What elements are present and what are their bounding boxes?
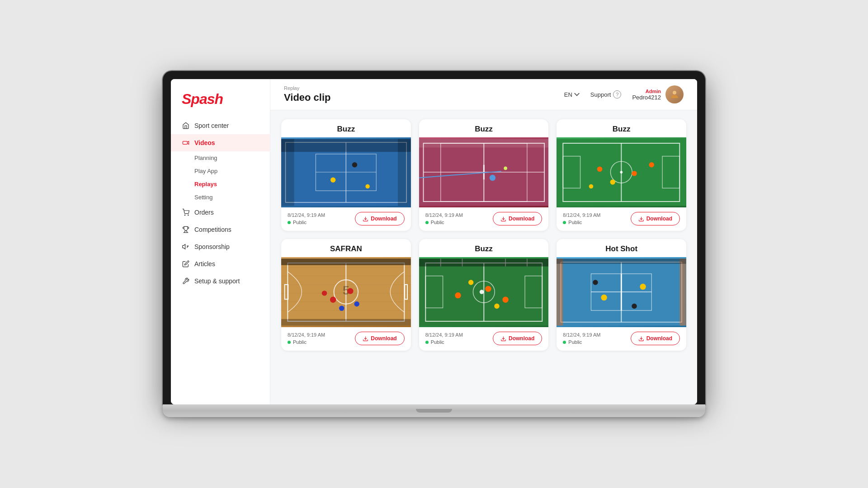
video-icon	[182, 139, 190, 147]
download-label-2: Download	[509, 216, 534, 222]
download-button-4[interactable]: Download	[355, 332, 404, 345]
sidebar-item-orders-label: Orders	[194, 209, 214, 216]
laptop-frame: Spash Sport center Videos	[163, 71, 705, 417]
card-status-5: Public	[425, 339, 463, 345]
download-button-2[interactable]: Download	[493, 212, 542, 225]
card-footer-3: 8/12/24, 9:19 AM Public Download	[557, 207, 686, 231]
laptop-screen: Spash Sport center Videos	[163, 71, 705, 404]
video-card-1: Buzz	[281, 119, 411, 231]
sidebar-item-sport-center[interactable]: Sport center	[171, 117, 270, 134]
card-meta-2: 8/12/24, 9:19 AM Public	[425, 212, 463, 225]
page-title: Video clip	[284, 92, 331, 103]
svg-point-22	[489, 175, 495, 181]
sidebar-item-setting[interactable]: Setting	[194, 191, 270, 204]
svg-point-11	[365, 184, 370, 189]
download-icon-6	[638, 336, 644, 342]
support-button[interactable]: Support ?	[590, 90, 622, 99]
sidebar-logo: Spash	[171, 88, 270, 117]
laptop-base	[163, 404, 705, 417]
card-title-6: Hot Shot	[557, 239, 686, 257]
card-meta-4: 8/12/24, 9:19 AM Public	[288, 332, 325, 345]
app-logo: Spash	[182, 92, 259, 106]
status-dot-2	[425, 221, 429, 224]
download-button-3[interactable]: Download	[631, 212, 680, 225]
home-icon	[182, 122, 190, 130]
svg-point-38	[589, 184, 594, 189]
svg-rect-60	[281, 319, 411, 325]
svg-point-87	[640, 284, 646, 290]
svg-point-24	[504, 167, 507, 170]
card-thumbnail-4: 5	[281, 257, 411, 327]
sidebar-item-play-app[interactable]: Play App	[194, 164, 270, 178]
user-info: Admin Pedro4212	[632, 85, 684, 103]
sidebar-item-setup-support[interactable]: Setup & support	[171, 272, 270, 290]
card-status-6: Public	[563, 339, 600, 345]
svg-point-68	[455, 292, 461, 298]
sidebar-item-sponsorship-label: Sponsorship	[194, 243, 230, 250]
sidebar-item-videos[interactable]: Videos	[171, 134, 270, 151]
status-dot-6	[563, 341, 566, 344]
card-meta-1: 8/12/24, 9:19 AM Public	[288, 212, 325, 225]
svg-point-35	[632, 171, 637, 176]
svg-rect-12	[281, 139, 411, 152]
support-label: Support	[590, 91, 611, 98]
sidebar-item-sponsorship[interactable]: Sponsorship	[171, 238, 270, 255]
svg-point-9	[330, 177, 335, 182]
sidebar-item-articles[interactable]: Articles	[171, 255, 270, 272]
card-thumbnail-2	[419, 137, 549, 207]
svg-point-88	[632, 304, 637, 309]
svg-point-53	[347, 288, 353, 294]
svg-rect-92	[557, 258, 686, 263]
download-button-6[interactable]: Download	[631, 332, 680, 345]
status-label-1: Public	[293, 220, 307, 225]
svg-point-54	[339, 306, 344, 311]
support-icon: ?	[613, 90, 621, 99]
card-status-2: Public	[425, 220, 463, 225]
status-dot-4	[288, 341, 291, 344]
video-card-5: Buzz	[419, 239, 549, 351]
svg-point-10	[352, 162, 357, 167]
page-header: Replay Video clip EN Support ?	[270, 79, 697, 110]
sidebar-item-replays[interactable]: Replays	[194, 178, 270, 191]
language-selector[interactable]: EN	[564, 91, 580, 98]
cart-icon	[182, 208, 190, 216]
svg-rect-90	[557, 258, 563, 325]
sidebar-item-videos-label: Videos	[194, 139, 215, 146]
megaphone-icon	[182, 243, 190, 251]
svg-point-34	[597, 167, 602, 172]
svg-point-71	[468, 280, 473, 285]
sidebar-item-orders[interactable]: Orders	[171, 204, 270, 221]
download-icon-4	[363, 336, 368, 342]
download-button-5[interactable]: Download	[493, 332, 542, 345]
svg-rect-25	[419, 139, 549, 147]
card-status-3: Public	[563, 220, 600, 225]
svg-point-72	[494, 304, 499, 309]
download-icon-2	[500, 216, 506, 222]
card-title-3: Buzz	[557, 119, 686, 137]
svg-point-37	[610, 179, 615, 184]
sidebar-item-competitions-label: Competitions	[194, 226, 231, 233]
screen-content: Spash Sport center Videos	[171, 79, 697, 404]
sidebar-item-competitions[interactable]: Competitions	[171, 221, 270, 238]
wrench-icon	[182, 277, 190, 285]
card-title-5: Buzz	[419, 239, 549, 257]
status-label-2: Public	[431, 220, 444, 225]
video-card-2: Buzz	[419, 119, 549, 231]
user-details: Admin Pedro4212	[632, 89, 661, 101]
card-date-1: 8/12/24, 9:19 AM	[288, 212, 325, 218]
header-right: EN Support ? Admin Pedro4212	[564, 85, 684, 103]
status-label-6: Public	[568, 339, 582, 345]
sidebar-item-articles-label: Articles	[194, 260, 215, 267]
sidebar-item-planning[interactable]: Planning	[194, 151, 270, 164]
card-thumbnail-5	[419, 257, 549, 327]
download-button-1[interactable]: Download	[355, 212, 404, 225]
svg-rect-74	[419, 258, 549, 266]
svg-point-86	[601, 295, 607, 300]
card-footer-5: 8/12/24, 9:19 AM Public Download	[419, 327, 549, 351]
svg-rect-91	[680, 258, 686, 325]
card-title-2: Buzz	[419, 119, 549, 137]
download-label-5: Download	[509, 335, 534, 342]
avatar[interactable]	[665, 85, 684, 103]
user-role: Admin	[632, 89, 661, 94]
download-icon-5	[500, 336, 506, 342]
